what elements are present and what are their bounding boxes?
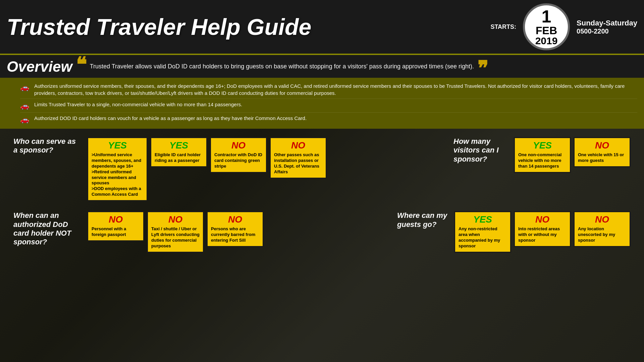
info-row-1: 🚗 Authorizes uniformed service members, …	[20, 80, 637, 99]
sponsor-card-1-status: YES	[92, 141, 143, 150]
where-guests-question-wrapper: Where can my guests go?	[397, 211, 447, 232]
visitors-card-1-status: YES	[518, 141, 567, 150]
how-many-question: How many visitors can I sponsor?	[453, 137, 507, 164]
how-many-question-wrapper: How many visitors can I sponsor?	[453, 137, 507, 167]
sponsor-card-2: YES Eligible ID card holder riding as a …	[150, 137, 207, 167]
sponsor-card-1-body: >Uniformed service members, spouses, and…	[92, 152, 143, 197]
visitors-card-2: NO One vehicle with 15 or more guests	[574, 137, 631, 167]
time-info: Sunday-Saturday 0500-2200	[577, 19, 637, 35]
where-card-3: NO Any location unescorted by my sponsor	[574, 211, 631, 247]
time-hours: 0500-2200	[577, 27, 637, 35]
page-title: Trusted Traveler Help Guide	[7, 15, 490, 38]
info-text-2: Limits Trusted Traveler to a single, non…	[34, 101, 242, 108]
quote-close-icon: ❞	[477, 61, 488, 77]
quote-open-icon: ❝	[76, 57, 87, 73]
not-sponsor-card-3-body: Persons who are currently barred from en…	[211, 226, 259, 243]
sponsor-card-4-status: NO	[274, 141, 322, 150]
main-content: Who can serve as a sponsor? YES >Uniform…	[0, 129, 644, 362]
info-section: 🚗 Authorizes uniformed service members, …	[0, 78, 644, 129]
how-many-cards: YES One non-commercial vehicle with no m…	[514, 137, 631, 173]
content-wrapper: Who can serve as a sponsor? YES >Uniform…	[0, 129, 644, 261]
sponsor-card-1: YES >Uniformed service members, spouses,…	[87, 137, 148, 201]
not-sponsor-card-1-status: NO	[92, 215, 140, 224]
sponsor-card-4-body: Other passes such as installation passes…	[274, 152, 322, 175]
overview-text: Trusted Traveler allows valid DoD ID car…	[90, 62, 474, 71]
date-month: FEB	[536, 25, 557, 36]
not-sponsor-question: When can an authorized DoD card holder N…	[13, 211, 80, 247]
where-card-3-body: Any location unescorted by my sponsor	[578, 226, 626, 243]
sponsor-card-3-body: Contractor with DoD ID card containing g…	[214, 152, 263, 169]
not-sponsor-cards: NO Personnel with a foreign passport NO …	[87, 211, 264, 253]
who-sponsor-cards: YES >Uniformed service members, spouses,…	[87, 137, 327, 201]
visitors-card-2-body: One vehicle with 15 or more guests	[578, 152, 626, 164]
info-row-2: 🚗 Limits Trusted Traveler to a single, n…	[20, 99, 637, 113]
where-card-2: NO Into restricted areas with or without…	[514, 211, 571, 247]
not-sponsor-card-3-status: NO	[211, 215, 259, 224]
bottom-row: When can an authorized DoD card holder N…	[13, 211, 631, 253]
overview-label: Overview	[7, 58, 72, 75]
date-circle: 1 FEB 2019	[523, 3, 570, 50]
top-row: Who can serve as a sponsor? YES >Uniform…	[13, 137, 631, 201]
where-card-2-status: NO	[518, 215, 567, 224]
header-right: STARTS: 1 FEB 2019 Sunday-Saturday 0500-…	[490, 3, 637, 50]
visitors-card-1: YES One non-commercial vehicle with no m…	[514, 137, 571, 173]
info-row-3: 🚗 Authorized DOD ID card holders can vou…	[20, 113, 637, 126]
overview-section: Overview ❝ Trusted Traveler allows valid…	[0, 55, 644, 78]
info-text-3: Authorized DOD ID card holders can vouch…	[34, 115, 307, 122]
where-card-2-body: Into restricted areas with or without my…	[518, 226, 567, 243]
sponsor-card-2-status: YES	[155, 141, 203, 150]
where-guests-question: Where can my guests go?	[397, 211, 447, 229]
not-sponsor-card-1: NO Personnel with a foreign passport	[87, 211, 144, 241]
header: Trusted Traveler Help Guide STARTS: 1 FE…	[0, 0, 644, 55]
date-day: 1	[542, 8, 551, 25]
where-guests-cards: YES Any non-restricted area when accompa…	[454, 211, 631, 253]
where-card-3-status: NO	[578, 215, 626, 224]
where-card-1: YES Any non-restricted area when accompa…	[454, 211, 511, 253]
date-year: 2019	[535, 36, 558, 46]
sponsor-card-3-status: NO	[214, 141, 263, 150]
visitors-card-1-body: One non-commercial vehicle with no more …	[518, 152, 567, 169]
car-icon-2: 🚗	[20, 102, 29, 110]
sponsor-card-3: NO Contractor with DoD ID card containin…	[210, 137, 267, 173]
not-sponsor-card-2-status: NO	[151, 215, 200, 224]
car-icon-3: 🚗	[20, 115, 29, 124]
where-card-1-body: Any non-restricted area when accompanied…	[459, 226, 507, 249]
info-text-1: Authorizes uniformed service members, th…	[34, 82, 637, 97]
not-sponsor-card-1-body: Personnel with a foreign passport	[92, 226, 140, 238]
who-sponsor-question-wrapper: Who can serve as a sponsor?	[13, 137, 80, 158]
starts-label: STARTS:	[490, 23, 516, 31]
car-icon-1: 🚗	[20, 83, 29, 92]
sponsor-card-2-body: Eligible ID card holder riding as a pass…	[155, 152, 203, 164]
not-sponsor-question-wrapper: When can an authorized DoD card holder N…	[13, 211, 80, 250]
not-sponsor-card-2: NO Taxi / shuttle / Uber or Lyft drivers…	[147, 211, 204, 253]
where-card-1-status: YES	[459, 215, 507, 224]
not-sponsor-card-3: NO Persons who are currently barred from…	[207, 211, 264, 247]
visitors-card-2-status: NO	[578, 141, 626, 150]
sponsor-card-4: NO Other passes such as installation pas…	[270, 137, 327, 179]
not-sponsor-card-2-body: Taxi / shuttle / Uber or Lyft drivers co…	[151, 226, 200, 249]
who-sponsor-question: Who can serve as a sponsor?	[13, 137, 80, 155]
time-days: Sunday-Saturday	[577, 19, 637, 27]
